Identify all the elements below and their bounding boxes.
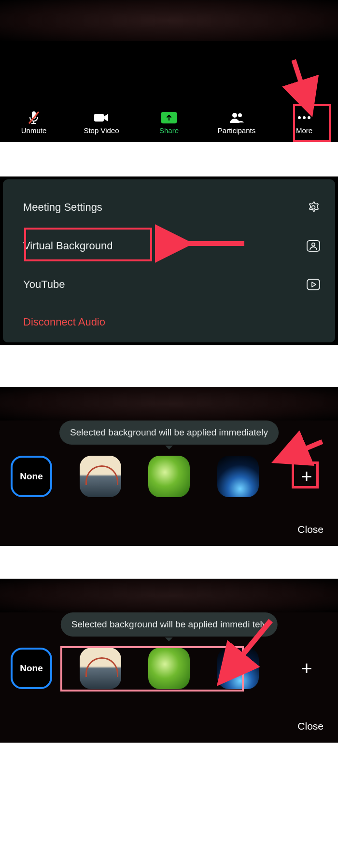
menu-label: YouTube <box>23 278 65 291</box>
menu-label: Disconnect Audio <box>23 316 105 328</box>
participants-button[interactable]: Participants <box>203 103 270 142</box>
vb-option-grass[interactable] <box>148 456 190 497</box>
more-label: More <box>296 126 312 135</box>
play-frame-icon <box>305 276 322 293</box>
mic-muted-icon <box>26 111 42 124</box>
menu-youtube[interactable]: YouTube <box>23 265 326 304</box>
vb-thumbnail-row: None + <box>11 647 327 690</box>
unmute-button[interactable]: Unmute <box>0 103 68 142</box>
close-button[interactable]: Close <box>297 524 324 535</box>
more-button[interactable]: More <box>270 103 338 142</box>
svg-point-8 <box>303 116 306 119</box>
vb-option-bridge[interactable] <box>80 648 121 689</box>
more-menu-panel: Meeting Settings Virtual Background YouT… <box>3 179 335 342</box>
meeting-toolbar: Unmute Stop Video Share <box>0 103 338 142</box>
camera-icon <box>93 111 110 124</box>
vb-tooltip: Selected background will be applied imme… <box>61 612 278 637</box>
vb-picker-screenshot-2: Selected background will be applied imme… <box>0 579 338 743</box>
gear-icon <box>305 199 322 216</box>
gap <box>0 546 338 579</box>
vb-option-none[interactable]: None <box>11 648 52 689</box>
vb-option-grass[interactable] <box>148 648 190 689</box>
share-button[interactable]: Share <box>135 103 203 142</box>
menu-disconnect-audio[interactable]: Disconnect Audio <box>23 304 326 340</box>
svg-point-11 <box>312 206 315 209</box>
menu-virtual-background[interactable]: Virtual Background <box>23 227 326 265</box>
meeting-toolbar-screenshot: Unmute Stop Video Share <box>0 0 338 142</box>
vb-option-earth[interactable] <box>217 456 259 497</box>
menu-meeting-settings[interactable]: Meeting Settings <box>23 188 326 227</box>
svg-point-13 <box>312 243 315 246</box>
video-preview-dark <box>0 0 338 41</box>
vb-add-button[interactable]: + <box>286 456 327 497</box>
close-button[interactable]: Close <box>297 720 324 732</box>
vb-picker-screenshot-1: Selected background will be applied imme… <box>0 387 338 546</box>
video-preview-dark <box>0 387 338 420</box>
svg-point-7 <box>298 116 301 119</box>
stop-video-button[interactable]: Stop Video <box>68 103 135 142</box>
svg-rect-4 <box>94 114 104 122</box>
svg-point-9 <box>308 116 310 119</box>
share-label: Share <box>159 126 179 135</box>
vb-option-none[interactable]: None <box>11 456 52 497</box>
gap <box>0 142 338 176</box>
menu-label: Meeting Settings <box>23 201 102 214</box>
vb-tooltip: Selected background will be applied imme… <box>59 420 279 445</box>
stop-video-label: Stop Video <box>84 126 119 135</box>
more-menu-screenshot: Meeting Settings Virtual Background YouT… <box>0 176 338 345</box>
svg-point-6 <box>238 113 242 117</box>
unmute-label: Unmute <box>21 126 47 135</box>
menu-label: Virtual Background <box>23 240 113 252</box>
svg-line-10 <box>287 60 312 99</box>
annotation-arrow-icon <box>281 57 323 110</box>
svg-point-5 <box>232 113 237 118</box>
participants-icon <box>228 111 245 124</box>
gap <box>0 345 338 387</box>
more-dots-icon <box>296 111 312 124</box>
participants-label: Participants <box>218 126 255 135</box>
vb-thumbnail-row: None + <box>11 455 327 498</box>
share-icon <box>161 111 177 124</box>
person-frame-icon <box>305 238 322 254</box>
vb-add-button[interactable]: + <box>286 648 327 689</box>
video-preview-dark <box>0 579 338 612</box>
svg-rect-14 <box>307 279 320 290</box>
vb-option-earth[interactable] <box>217 648 259 689</box>
vb-option-bridge[interactable] <box>80 456 121 497</box>
